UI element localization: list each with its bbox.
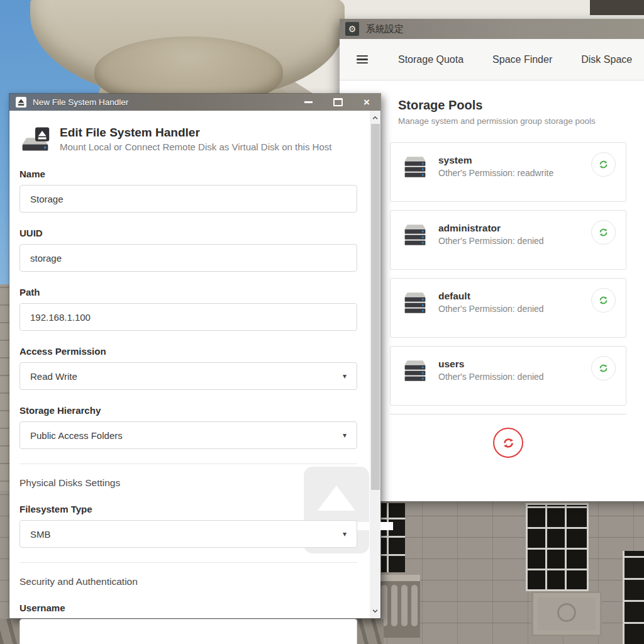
page-title: Storage Pools xyxy=(398,98,644,113)
storage-hierarchy-label: Storage Hierarchy xyxy=(19,405,357,416)
screen: ⚙ 系統設定 Storage Quota Space Finder Disk S… xyxy=(0,0,644,644)
settings-toolbar: Storage Quota Space Finder Disk Space xyxy=(340,39,644,80)
photo-relief-panel xyxy=(531,591,602,636)
chevron-down-icon: ▾ xyxy=(343,431,347,440)
divider xyxy=(19,562,357,563)
minimize-button[interactable] xyxy=(304,101,313,103)
tab-space-finder[interactable]: Space Finder xyxy=(492,54,552,65)
file-system-handler-dialog: New File System Handler × Edit File Syst… xyxy=(9,93,381,619)
refresh-icon xyxy=(598,227,609,238)
server-icon xyxy=(404,155,426,179)
uuid-input[interactable] xyxy=(19,244,357,272)
refresh-icon xyxy=(598,363,609,374)
pool-name: default xyxy=(438,291,544,302)
scroll-down-arrow-icon[interactable] xyxy=(370,605,380,617)
security-section-header: Security and Authentication xyxy=(19,576,357,587)
scroll-up-arrow-icon[interactable] xyxy=(370,112,380,124)
name-input[interactable] xyxy=(19,185,357,213)
uuid-label: UUID xyxy=(19,228,357,238)
photo-baluster xyxy=(391,585,397,626)
server-icon xyxy=(404,291,426,315)
physical-disks-section-header: Physical Disks Settings xyxy=(19,477,357,489)
eject-disk-icon xyxy=(16,97,26,108)
filesystem-type-select[interactable]: SMB ▾ xyxy=(19,520,357,548)
path-label: Path xyxy=(19,287,357,297)
tab-storage-quota[interactable]: Storage Quota xyxy=(398,54,464,65)
pool-permission: Other's Permission: readwrite xyxy=(438,168,553,178)
username-input[interactable] xyxy=(19,619,357,644)
divider xyxy=(19,464,357,464)
settings-tabs: Storage Quota Space Finder Disk Space xyxy=(398,54,632,65)
name-label: Name xyxy=(19,169,357,179)
access-permission-select[interactable]: Read Write ▾ xyxy=(19,362,357,390)
path-input[interactable] xyxy=(19,303,357,331)
chevron-down-icon: ▾ xyxy=(343,372,347,380)
pool-name: system xyxy=(438,155,553,166)
refresh-pool-button[interactable] xyxy=(591,220,616,245)
storage-pools-panel: Storage Pools Manage system and permissi… xyxy=(340,80,644,501)
server-icon xyxy=(404,358,426,383)
pool-permission: Other's Permission: denied xyxy=(438,236,544,246)
refresh-icon xyxy=(598,295,609,306)
system-settings-window: ⚙ 系統設定 Storage Quota Space Finder Disk S… xyxy=(340,19,644,501)
photo-window-center xyxy=(526,503,589,591)
username-label: Username xyxy=(19,602,357,613)
pool-card-default[interactable]: default Other's Permission: denied xyxy=(390,278,626,338)
dialog-form: Edit File System Handler Mount Local or … xyxy=(9,111,370,618)
pool-permission: Other's Permission: denied xyxy=(438,304,544,314)
filesystem-type-label: Filesystem Type xyxy=(19,504,357,514)
maximize-button[interactable] xyxy=(333,98,343,106)
pool-card-system[interactable]: system Other's Permission: readwrite xyxy=(390,142,626,202)
photo-balustrade xyxy=(379,580,420,638)
storage-hierarchy-select[interactable]: Public Access Folders ▾ xyxy=(19,421,357,449)
pool-card-users[interactable]: users Other's Permission: denied xyxy=(390,346,626,406)
settings-titlebar[interactable]: ⚙ 系統設定 xyxy=(340,19,644,39)
form-subtitle: Mount Local or Connect Remote Disk as Vi… xyxy=(60,142,331,152)
dialog-body: Edit File System Handler Mount Local or … xyxy=(9,111,380,618)
form-title: Edit File System Handler xyxy=(60,126,331,140)
dialog-title: New File System Handler xyxy=(33,97,128,107)
photo-window-left xyxy=(381,503,405,572)
scrollbar-thumb[interactable] xyxy=(371,124,380,490)
photo-window-right xyxy=(623,551,644,644)
chevron-down-icon: ▾ xyxy=(343,530,347,538)
refresh-pool-button[interactable] xyxy=(591,356,616,380)
refresh-icon xyxy=(502,436,515,450)
photo-cornice-shadow xyxy=(590,0,644,15)
drive-eject-icon xyxy=(19,126,51,153)
pool-list: system Other's Permission: readwrite adm… xyxy=(390,142,626,406)
pool-name: administrator xyxy=(438,223,544,234)
photo-baluster xyxy=(401,585,408,626)
scrollbar[interactable] xyxy=(370,111,380,618)
photo-left-column xyxy=(0,284,9,498)
access-permission-label: Access Permission xyxy=(19,346,357,357)
page-subtitle: Manage system and permission group stora… xyxy=(398,116,644,126)
gear-icon: ⚙ xyxy=(345,22,359,36)
refresh-pool-button[interactable] xyxy=(591,288,616,313)
photo-baluster xyxy=(411,585,418,626)
close-button[interactable]: × xyxy=(364,97,370,108)
dialog-titlebar[interactable]: New File System Handler × xyxy=(9,94,380,111)
pool-card-administrator[interactable]: administrator Other's Permission: denied xyxy=(390,210,626,270)
hamburger-menu-icon[interactable] xyxy=(357,55,368,64)
refresh-pool-button[interactable] xyxy=(591,152,616,177)
divider xyxy=(390,414,626,414)
settings-window-title: 系統設定 xyxy=(366,23,404,35)
refresh-all-button[interactable] xyxy=(493,428,523,458)
refresh-icon xyxy=(598,159,609,170)
pool-name: users xyxy=(438,358,544,370)
pool-permission: Other's Permission: denied xyxy=(438,372,544,382)
tab-disk-space[interactable]: Disk Space xyxy=(581,54,632,65)
server-icon xyxy=(404,223,426,247)
